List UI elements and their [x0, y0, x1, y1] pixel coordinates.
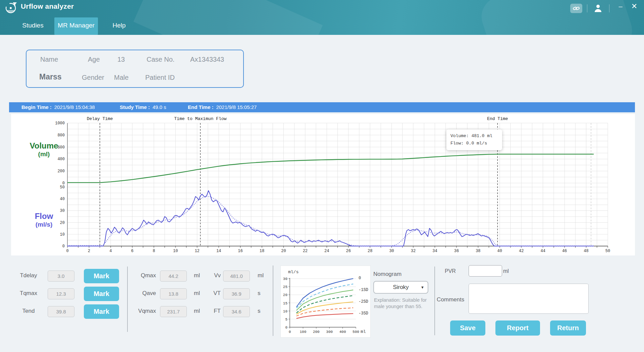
ft-input[interactable] — [223, 306, 250, 317]
svg-text:200: 200 — [57, 169, 65, 174]
link-icon — [573, 6, 580, 11]
svg-text:10: 10 — [283, 309, 287, 313]
patient-name-value: Marss — [39, 72, 61, 81]
nomogram-select[interactable]: Siroky ▼ — [373, 281, 428, 294]
tqmax-label: Tqmax — [13, 290, 44, 297]
svg-text:44: 44 — [540, 249, 545, 253]
qave-input[interactable] — [160, 288, 187, 299]
vqmax-input[interactable] — [160, 306, 187, 317]
comments-label: Comments — [437, 296, 464, 303]
svg-text:30: 30 — [283, 277, 287, 281]
tdelay-mark-button[interactable]: Mark — [84, 269, 119, 283]
svg-text:6: 6 — [131, 249, 133, 253]
study-time-value: 49.0 s — [153, 104, 166, 110]
header-decoration — [133, 0, 323, 35]
qave-unit: ml — [194, 290, 200, 297]
link-button[interactable] — [570, 4, 582, 13]
svg-text:1000: 1000 — [55, 121, 65, 126]
vt-label: VT — [205, 290, 221, 297]
svg-text:0: 0 — [289, 330, 291, 334]
svg-text:20: 20 — [283, 293, 287, 297]
qmax-label: Qmax — [131, 272, 156, 279]
tdelay-input[interactable] — [48, 271, 74, 282]
tend-mark-button[interactable]: Mark — [84, 304, 119, 319]
nomogram-chart-panel: 0510152025300100200300400500ml/sml0-1SD-… — [280, 266, 371, 338]
svg-text:10: 10 — [60, 232, 65, 237]
flow-volume-chart-panel[interactable]: Volume (ml) Flow (ml/s) 0246810121416182… — [11, 114, 635, 255]
svg-text:Delay Time: Delay Time — [87, 116, 113, 121]
user-account-icon[interactable] — [593, 3, 603, 13]
begin-time-value: 2021/9/8 15:04:38 — [54, 104, 95, 110]
qmax-unit: ml — [194, 272, 200, 279]
section-divider — [434, 267, 435, 335]
close-button[interactable]: ✕ — [630, 2, 639, 11]
section-divider — [127, 267, 128, 332]
svg-text:0: 0 — [62, 244, 65, 249]
vqmax-label: Vqmax — [131, 308, 156, 314]
svg-text:8: 8 — [153, 249, 155, 253]
patient-name-label: Name — [40, 56, 58, 63]
pvr-input[interactable] — [469, 265, 502, 277]
svg-text:15: 15 — [283, 301, 287, 305]
svg-text:26: 26 — [346, 249, 351, 253]
svg-text:14: 14 — [216, 249, 221, 253]
study-time-label: Study Time : — [120, 104, 150, 110]
comments-textarea[interactable] — [469, 284, 589, 314]
qmax-input[interactable] — [160, 271, 187, 282]
tend-input[interactable] — [48, 306, 74, 317]
svg-text:50: 50 — [60, 185, 65, 190]
pvr-unit: ml — [503, 268, 509, 274]
svg-text:28: 28 — [368, 249, 372, 253]
svg-text:-3SD: -3SD — [359, 311, 368, 316]
chevron-down-icon: ▼ — [421, 282, 424, 293]
patient-info-card: Name Age 13 Case No. Ax1343343 Marss Gen… — [26, 50, 244, 88]
tdelay-label: Tdelay — [13, 272, 44, 279]
patient-case-value: Ax1343343 — [190, 56, 224, 63]
svg-text:22: 22 — [303, 249, 308, 253]
svg-text:5: 5 — [285, 317, 287, 321]
nav-item-help[interactable]: Help — [109, 17, 129, 35]
flow-volume-chart[interactable]: 0246810121416182022242628303234363840424… — [11, 114, 635, 255]
nav-item-mr-manager[interactable]: MR Manager — [54, 17, 98, 35]
nav-item-studies[interactable]: Studies — [21, 17, 45, 35]
save-button[interactable]: Save — [450, 320, 485, 336]
window-separator — [609, 4, 609, 12]
tqmax-input[interactable] — [48, 288, 74, 299]
end-time-value: 2021/9/8 15:05:27 — [216, 104, 257, 110]
svg-text:38: 38 — [476, 249, 480, 253]
svg-text:0: 0 — [285, 326, 287, 330]
vv-unit: ml — [258, 272, 264, 279]
ft-label: FT — [205, 308, 221, 314]
flow-axis-title: Flow (ml/s) — [17, 212, 71, 228]
nomogram-explanation: Explanation: Suitable for male younger t… — [374, 297, 433, 310]
minimize-button[interactable]: – — [616, 3, 625, 10]
qave-label: Qave — [131, 290, 156, 297]
tqmax-mark-button[interactable]: Mark — [84, 287, 119, 301]
report-button[interactable]: Report — [495, 320, 540, 336]
app-logo-icon — [5, 1, 17, 14]
svg-text:200: 200 — [313, 330, 320, 334]
svg-text:10: 10 — [173, 249, 178, 253]
patient-gender-value: Male — [114, 74, 128, 81]
svg-text:2: 2 — [88, 249, 90, 253]
nomogram-title: Nomogram — [373, 271, 401, 278]
svg-text:-2SD: -2SD — [359, 299, 368, 304]
svg-text:0: 0 — [66, 249, 68, 253]
svg-text:12: 12 — [195, 249, 199, 253]
svg-text:48: 48 — [584, 249, 588, 253]
begin-time-label: Begin Time : — [21, 104, 52, 110]
svg-text:36: 36 — [454, 249, 459, 253]
patient-age-label: Age — [88, 56, 100, 63]
vv-input[interactable] — [223, 271, 250, 282]
svg-text:46: 46 — [562, 249, 567, 253]
svg-text:400: 400 — [57, 157, 65, 162]
patient-gender-label: Gender — [82, 74, 104, 81]
pvr-label: PVR — [445, 268, 456, 274]
svg-text:42: 42 — [519, 249, 524, 253]
return-button[interactable]: Return — [550, 320, 586, 336]
svg-text:20: 20 — [281, 249, 286, 253]
svg-text:4: 4 — [109, 249, 112, 253]
vt-input[interactable] — [223, 288, 250, 299]
svg-text:16: 16 — [238, 249, 243, 253]
svg-text:400: 400 — [339, 330, 346, 334]
